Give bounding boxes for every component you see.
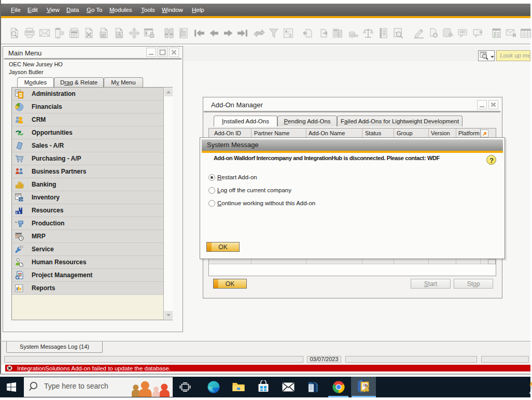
svg-text:W: W [101, 33, 105, 38]
svg-text:A: A [285, 29, 288, 34]
svg-text:Z: Z [289, 33, 292, 38]
